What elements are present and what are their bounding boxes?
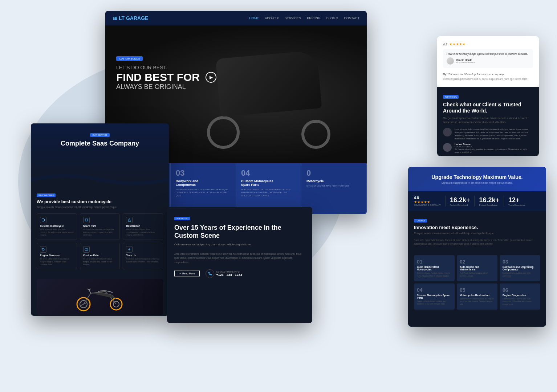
rb-stat-num-1: 16.2k+ [450,196,470,204]
right-top-screenshot: 4.7 ★★★★★ I love their flexibility hunjt… [437,36,539,156]
service-num-3: 04 [241,168,296,178]
rt-stars: ★★★★★ [449,42,465,46]
left-title: Complete Saas Company [38,140,162,147]
hero-play-button[interactable]: ▶ [206,72,216,83]
service-item-3: Restoration Risus cursus congue. Amet co… [123,213,163,240]
phone-label: CONTACT MORE INFO [216,271,242,273]
rb-stat-3: 12+ Years Experience [508,196,525,206]
rt-company-text: Excellent guiding instructions and ex au… [443,77,533,81]
rt-testimonial-avatar-1 [443,128,452,136]
nav-links: HOME ABOUT ▾ SERVICES PRICING BLOG ▾ CON… [249,16,359,20]
service-desc-3: PURUS SIT AMET LUCTUS VENENATIS LECTUS M… [241,188,296,197]
rb-stat-1: 16.2k+ Project Completed [450,196,470,206]
rt-avatar-1 [447,57,454,65]
svg-point-0 [42,219,45,221]
service-item-title-3: Restoration [126,225,160,227]
nav-link-blog[interactable]: BLOG ▾ [326,16,338,20]
service-title-2: Bodywork andComponents [176,179,231,187]
main-nav: ≋ LT GARAGE HOME ABOUT ▾ SERVICES PRICIN… [105,11,367,25]
rb-hero-title: Upgrade Technology Maximum Value. [415,174,539,180]
rb-service-desc-6: Elementum eu facilisis sed odio commodo.… [503,298,537,306]
rb-service-title-6: Engine Diagnostics [503,294,537,297]
rb-service-title-5: Motorcycles Restoration [460,294,495,297]
cb-text: Arcu vitae elementum curabitur vitae nun… [174,252,305,264]
rb-stat-label-1: Project Completed [450,204,470,206]
nav-logo-symbol: ≋ [113,15,117,22]
rb-service-num-6: 06 [503,287,537,293]
service-card-3: 04 Custom MotorcyclesSpare Parts PURUS S… [236,163,301,214]
rb-stat-label-3: Years Experience [508,204,525,206]
cb-phone: CONTACT MORE INFO +123 - 234 - 1234 [206,269,242,278]
custom-moto-icon [40,217,46,223]
rb-service-desc-3: Elementum eu facilisis sed odio commodo. [503,272,537,277]
cb-content: ABOUT US Over 15 Years of Experience in … [167,207,312,285]
rt-company-desc: By 10K user and Develop for success comp… [443,71,533,77]
hero-title-line3: ALWAYS BE ORIGINAL [116,83,219,91]
service-item-title-2: Spare Part [83,225,117,227]
rb-service-item-2: 02 Auto Repair and Maintenance Dul. Amet… [457,255,497,281]
tuneup-icon [126,246,133,253]
service-item-title-4: Engine Services [40,254,74,257]
service-num-2: 03 [176,168,231,178]
left-badge: OUR SERVICE [90,133,109,137]
hero-title-line1: LET'S DO OUR BEST. [116,65,219,70]
read-more-button[interactable]: → Read More [174,270,200,277]
rt-testimonial-avatar-2 [443,143,452,152]
nav-link-services[interactable]: SERVICES [285,16,301,20]
rt-testimonial-2: Larine Shane FOUNDER LISST Sit rhague vi… [443,143,533,154]
nav-link-pricing[interactable]: PRICING [307,16,321,20]
rb-stat-label-2: Project Completion [479,204,499,206]
service-item-desc-3: Risus cursus congue. Amet condimentum ch… [126,228,160,237]
rb-service-item-6: 06 Engine Diagnostics Elementum eu facil… [500,283,540,310]
rb-service-item-1: 01 Build Handcrafted Motorcycles Si amet… [414,255,455,281]
rt-dark-title: Check what our Client & Trusted Around t… [443,102,533,114]
service-item-desc-2: Ultrices in iaculis nunc sed egestas leo… [83,228,117,237]
rb-feature-badge: FEATURES [414,219,427,222]
service-item-desc-1: Vivat in leo sit diam quis nulla porttit… [40,228,74,237]
nav-link-contact[interactable]: CONTACT [344,16,359,20]
phone-number: +123 - 234 - 1234 [216,273,242,277]
service-card-2: 03 Bodywork andComponents ELEMENTUM EU F… [171,163,236,214]
svg-rect-1 [85,219,88,221]
svg-marker-2 [128,219,131,221]
rb-divider-1 [445,196,446,207]
nav-link-home[interactable]: HOME [249,16,259,20]
rt-rating-num: 4.7 [443,42,448,46]
service-item-1: Custom motorcycle Vivat in leo sit diam … [37,213,77,240]
service-desc-4: SIT AMET LECTUS MAG PORTITOR FEUS [306,184,361,187]
restoration-icon [126,217,133,223]
rb-feature-text: Nam arcu euismod interdum. Cursus sit am… [414,238,540,246]
rb-divider-2 [474,196,475,207]
service-title-3: Custom MotorcyclesSpare Parts [241,179,296,187]
service-item-desc-6: Faucibus a pellentesque sit. Alto vitae … [126,258,160,263]
rb-service-num-3: 03 [503,259,537,265]
rb-service-item-5: 05 Motorcycles Restoration Elementum eu … [457,283,497,310]
left-hero: OUR SERVICE Complete Saas Company [31,123,169,185]
hero-content: CUSTOM BUILDS LET'S DO OUR BEST. Find Be… [116,54,219,91]
rb-service-desc-4: Pueris ut facilisis sed odio et nec. Sod… [417,300,452,306]
left-section-desc: Congue mauris rhoncus aenean vel elit so… [37,206,163,208]
rt-dark-section: TESTIMONIAL Check what our Client & Trus… [437,87,539,156]
hero-badge: CUSTOM BUILDS [116,56,143,61]
moto-wheel-left [207,116,240,149]
engine-icon [40,246,46,253]
rb-feature-title: Innovation meet Experience. [414,225,540,230]
rb-rating-num: 4.8 [414,196,441,200]
rb-service-desc-2: Dul. Amet facilisis magna edhert tempor … [460,272,495,277]
rt-testimonial-text-1: Lorem ipsum dolor consecteturll adipisci… [455,128,533,140]
nav-link-about[interactable]: ABOUT ▾ [265,16,278,20]
rt-card-text-1: I love their flexibility hunjte agesta s… [447,53,529,55]
rb-stat-num-3: 12+ [508,196,525,204]
rb-feature-desc: Congue mauris rhoncus aenean vel elit so… [414,232,540,236]
rb-service-num-5: 05 [460,287,495,293]
rb-service-num-2: 02 [460,259,495,265]
rb-stat-num-2: 16.2k+ [479,196,499,204]
wave-decoration [31,171,169,185]
rt-rating: 4.7 ★★★★★ [443,42,533,46]
rb-rating-label: DEVELOPER & COMPANY [414,204,441,206]
cb-actions: → Read More CONTACT MORE INFO +123 - 234… [174,269,305,278]
nav-logo-text: LT GARAGE [119,15,148,21]
service-desc-2: ELEMENTUM EU FACILISIS SED ODIO MORIS QU… [176,188,231,197]
rt-role-1: FOUNDER MAKER [456,61,475,64]
service-item-desc-5: Purus ut amet ultrici sceleri lacus magn… [83,258,117,266]
